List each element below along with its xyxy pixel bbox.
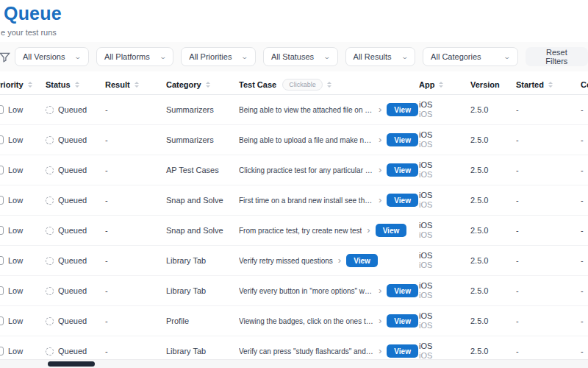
test-case-link[interactable]: From practice test, try create new test (239, 227, 362, 235)
table-row: Low Queued - Snap and Solve First time o… (0, 185, 588, 216)
chevron-right-icon: › (379, 285, 381, 296)
priority-value: Low (8, 316, 23, 325)
view-button[interactable]: View (387, 163, 418, 177)
test-case-link[interactable]: Clicking practice test for any particula… (239, 166, 373, 174)
result-value: - (103, 256, 163, 265)
chevron-right-icon: › (379, 194, 381, 205)
sort-icon[interactable] (439, 82, 443, 88)
view-button[interactable]: View (376, 224, 407, 237)
completed-column-header: Completed (581, 80, 588, 89)
test-case-link[interactable]: Viewing the badges, click on the ones th… (239, 317, 373, 325)
app-platform: iOS (419, 140, 469, 149)
versions-filter-label: All Versions (23, 52, 65, 61)
statuses-filter-dropdown[interactable]: All Statuses⌄ (263, 47, 338, 66)
reset-filters-button[interactable]: Reset Filters (526, 47, 588, 66)
table-row: Low Queued - Library Tab Verify every bu… (0, 276, 588, 306)
queued-spinner-icon (46, 166, 54, 174)
chevron-down-icon: ⌄ (503, 53, 512, 60)
chevron-down-icon: ⌄ (74, 53, 82, 60)
version-value: 2.5.0 (469, 105, 514, 114)
table-row: Low Queued - Summarizers Being able to v… (0, 95, 588, 125)
categories-filter-label: All Categories (431, 52, 481, 61)
categories-filter-dropdown[interactable]: All Categories⌄ (423, 47, 518, 66)
priorities-filter-dropdown[interactable]: All Priorities⌄ (181, 47, 256, 66)
view-button[interactable]: View (346, 254, 378, 267)
test-case-link[interactable]: First time on a brand new install see th… (239, 197, 373, 205)
result-value: - (103, 226, 163, 235)
sort-icon[interactable] (206, 82, 210, 88)
started-value: - (514, 316, 578, 325)
sort-icon[interactable] (135, 82, 139, 88)
category-value: AP Test Cases (163, 166, 235, 174)
completed-value: - (578, 166, 588, 174)
horizontal-scrollbar-thumb[interactable] (48, 361, 95, 367)
queued-spinner-icon (46, 257, 54, 265)
clickable-badge: Clickable (282, 79, 323, 91)
table-row: Low Queued - Summarizers Being able to u… (0, 125, 588, 155)
completed-value: - (578, 226, 588, 235)
view-button[interactable]: View (387, 103, 418, 116)
view-button[interactable]: View (387, 344, 418, 358)
app-platform: iOS (419, 321, 469, 330)
sort-icon[interactable] (28, 82, 32, 88)
completed-value: - (578, 347, 588, 355)
priority-value: Low (8, 105, 23, 114)
chevron-down-icon: ⌄ (159, 53, 167, 60)
version-column-header: Version (470, 80, 500, 89)
page-title: Queue (4, 3, 588, 24)
sort-icon[interactable] (75, 82, 79, 88)
category-value: Library Tab (163, 256, 235, 265)
view-button[interactable]: View (387, 194, 418, 207)
view-button[interactable]: View (387, 284, 418, 297)
table-header-row: Priority Status Result Category Test Cas… (0, 74, 588, 95)
version-value: 2.5.0 (469, 196, 514, 205)
app-name: iOS (419, 342, 469, 351)
test-case-link[interactable]: Verify every button in "more options" wo… (239, 287, 373, 295)
test-case-link[interactable]: Being able to view the attached file on … (239, 106, 373, 114)
priority-low-icon (0, 316, 4, 325)
priority-low-icon (0, 347, 4, 355)
category-value: Snap and Solve (163, 226, 235, 235)
platforms-filter-dropdown[interactable]: All Platforms⌄ (96, 47, 173, 66)
priority-low-icon (0, 135, 4, 144)
result-value: - (103, 105, 163, 114)
app-column-header: App (419, 80, 434, 89)
results-filter-dropdown[interactable]: All Results⌄ (345, 47, 416, 66)
view-button[interactable]: View (387, 133, 418, 146)
sort-icon[interactable] (327, 82, 331, 88)
result-value: - (103, 286, 163, 295)
app-platform: iOS (419, 170, 469, 180)
chevron-right-icon: › (379, 164, 381, 175)
result-value: - (103, 196, 163, 205)
app-platform: iOS (419, 110, 469, 119)
test-queue-table: Priority Status Result Category Test Cas… (0, 74, 588, 367)
app-name: iOS (419, 160, 469, 170)
priority-value: Low (8, 286, 23, 295)
queued-spinner-icon (46, 106, 54, 114)
sort-icon[interactable] (548, 82, 553, 88)
table-body: Low Queued - Summarizers Being able to v… (0, 95, 588, 367)
started-value: - (514, 166, 578, 174)
priority-low-icon (0, 256, 4, 265)
filter-funnel-icon (0, 52, 10, 63)
test-case-link[interactable]: Being able to upload a file and make not… (239, 136, 373, 144)
priority-low-icon (0, 286, 4, 295)
chevron-right-icon: › (379, 104, 381, 115)
view-button[interactable]: View (387, 314, 418, 328)
priority-value: Low (8, 196, 23, 205)
test-case-link[interactable]: Verify can press "study flashcards" and … (239, 347, 373, 355)
test-case-link[interactable]: Verify retry missed questions (239, 257, 333, 265)
table-row: Low Queued - AP Test Cases Clicking prac… (0, 155, 588, 185)
page-header: Queue e your test runs (0, 0, 588, 37)
completed-value: - (578, 286, 588, 295)
chevron-down-icon: ⌄ (401, 53, 409, 60)
versions-filter-dropdown[interactable]: All Versions⌄ (15, 47, 89, 66)
priority-value: Low (8, 166, 23, 174)
queued-spinner-icon (46, 317, 54, 325)
status-value: Queued (58, 226, 87, 235)
priority-low-icon (0, 196, 4, 205)
started-value: - (514, 135, 578, 144)
result-value: - (103, 135, 163, 144)
completed-value: - (578, 105, 588, 114)
table-row: Low Queued - Library Tab Verify retry mi… (0, 246, 588, 276)
